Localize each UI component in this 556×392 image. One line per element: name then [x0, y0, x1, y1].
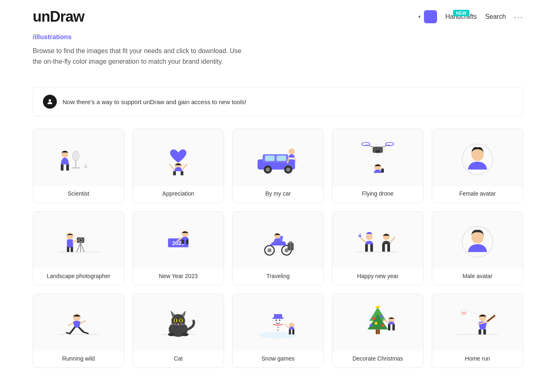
svg-point-117: [380, 315, 383, 318]
banner-icon: [43, 95, 57, 109]
card-image-female-avatar: [432, 129, 523, 186]
svg-rect-130: [479, 330, 482, 335]
svg-point-116: [372, 317, 375, 320]
svg-rect-16: [265, 156, 274, 161]
female-avatar-illustration: [449, 137, 506, 178]
svg-point-73: [471, 232, 484, 244]
card-label: Female avatar: [432, 186, 523, 203]
illustration-card[interactable]: Running wild: [33, 294, 124, 368]
svg-line-44: [81, 243, 84, 252]
svg-rect-63: [370, 244, 373, 252]
svg-point-53: [267, 248, 271, 252]
card-image-decorate-christmas: [332, 294, 423, 351]
landscape-photographer-illustration: [50, 220, 107, 261]
svg-point-61: [366, 234, 373, 241]
svg-rect-69: [382, 244, 385, 252]
card-image-new-year-2023: 2023: [133, 212, 224, 269]
svg-point-22: [289, 149, 295, 155]
svg-point-99: [182, 333, 188, 336]
illustration-card[interactable]: Happy new year: [332, 211, 424, 285]
card-image-scientist: [33, 129, 124, 186]
card-image-snow-games: [233, 294, 323, 351]
svg-line-78: [67, 333, 70, 334]
svg-rect-2: [72, 167, 80, 169]
svg-rect-50: [186, 240, 188, 245]
svg-rect-36: [67, 240, 73, 248]
illustration-card[interactable]: Snow games: [232, 294, 324, 368]
svg-line-12: [170, 165, 174, 170]
svg-rect-110: [289, 330, 291, 335]
logo[interactable]: unDraw: [33, 8, 84, 25]
handcrafts-wrapper: NEW Handcrafts: [445, 13, 477, 20]
illustration-card[interactable]: By my car: [232, 129, 324, 203]
home-run-illustration: [449, 302, 506, 343]
svg-point-100: [259, 332, 297, 339]
card-label: Decorate Christmas: [332, 351, 423, 368]
male-avatar-illustration: [449, 220, 506, 261]
illustration-card[interactable]: Home run: [432, 294, 523, 368]
svg-point-108: [277, 330, 278, 331]
support-banner[interactable]: Now there's a way to support unDraw and …: [33, 87, 523, 116]
illustration-card[interactable]: Female avatar: [432, 129, 523, 203]
traveling-illustration: [249, 220, 307, 261]
svg-line-81: [81, 321, 85, 323]
appreciation-illustration: [150, 137, 207, 178]
illustration-card[interactable]: Flying drone: [332, 129, 424, 203]
svg-point-106: [279, 320, 280, 321]
svg-point-98: [168, 333, 175, 336]
svg-line-135: [469, 311, 478, 312]
svg-point-105: [276, 320, 277, 321]
flying-drone-illustration: [349, 137, 406, 178]
illustration-card[interactable]: Landscape photographer: [33, 211, 124, 285]
card-label: Landscape photographer: [33, 269, 124, 285]
color-picker-wrapper: ▾: [418, 10, 437, 23]
svg-rect-70: [387, 244, 390, 252]
svg-line-77: [79, 328, 84, 332]
svg-point-27: [386, 143, 394, 146]
illustration-card[interactable]: Scientist: [33, 129, 124, 203]
svg-line-94: [171, 324, 176, 324]
illustration-card[interactable]: Decorate Christmas: [332, 294, 424, 368]
illustration-card[interactable]: 2023 New Year 2023: [132, 211, 224, 285]
card-label: Appreciation: [133, 186, 224, 203]
svg-line-112: [285, 324, 289, 328]
nav: ▾ NEW Handcrafts Search ···: [418, 10, 523, 23]
happy-new-year-illustration: [349, 220, 406, 261]
svg-point-33: [471, 149, 484, 161]
new-badge: NEW: [453, 10, 469, 16]
svg-line-126: [384, 320, 388, 323]
svg-point-0: [49, 99, 51, 102]
card-image-traveling: [233, 212, 323, 269]
card-image-cat: [133, 294, 224, 351]
card-image-happy-new-year: [332, 212, 423, 269]
svg-marker-114: [368, 314, 388, 330]
banner-text: Now there's a way to support unDraw and …: [63, 98, 247, 105]
card-image-by-my-car: [233, 129, 323, 186]
svg-line-80: [68, 323, 73, 325]
by-my-car-illustration: [249, 137, 307, 178]
illustration-card[interactable]: Cat: [132, 294, 224, 368]
svg-rect-31: [381, 169, 384, 173]
more-menu-button[interactable]: ···: [514, 12, 523, 22]
card-label: Running wild: [33, 351, 124, 368]
cat-illustration: [150, 302, 207, 343]
card-label: Traveling: [233, 269, 323, 285]
card-image-male-avatar: [432, 212, 523, 269]
card-image-appreciation: [133, 129, 224, 186]
svg-point-92: [180, 319, 182, 322]
svg-point-35: [67, 233, 74, 240]
svg-point-19: [266, 167, 270, 172]
svg-line-42: [77, 243, 81, 252]
svg-rect-10: [173, 172, 176, 176]
card-image-landscape-photographer: [33, 212, 124, 269]
hero-description: Browse to find the images that fit your …: [33, 46, 245, 67]
search-link[interactable]: Search: [485, 13, 506, 20]
color-arrow-icon[interactable]: ▾: [418, 14, 421, 20]
svg-line-64: [361, 238, 365, 243]
svg-point-26: [362, 143, 370, 146]
hero-section: /illustrations Browse to find the images…: [0, 33, 556, 79]
illustration-card[interactable]: Traveling: [232, 211, 324, 285]
illustration-card[interactable]: Male avatar: [432, 211, 523, 285]
illustration-card[interactable]: Appreciation: [132, 129, 224, 203]
color-swatch[interactable]: [424, 10, 437, 23]
